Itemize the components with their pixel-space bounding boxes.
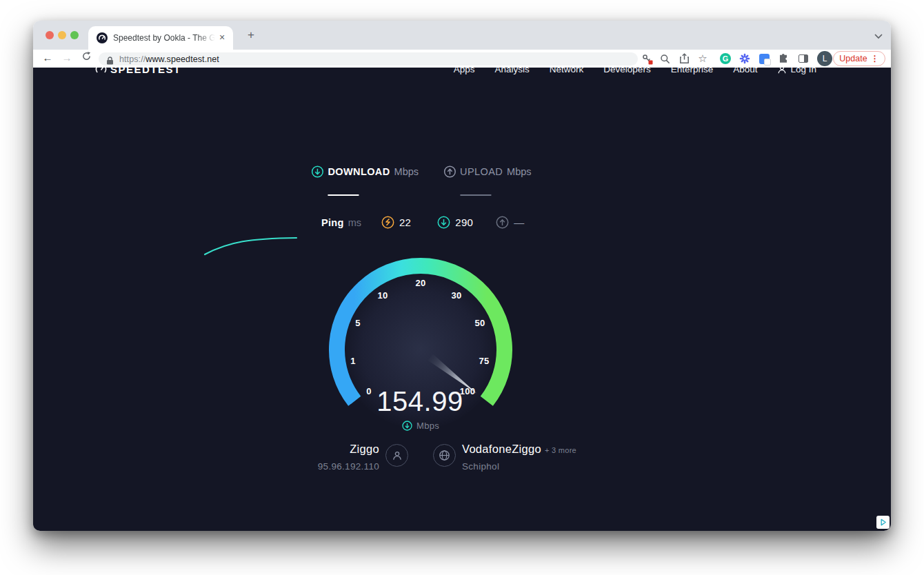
minimize-window-button[interactable]: [58, 31, 66, 39]
person-icon: [777, 68, 787, 74]
share-icon[interactable]: [677, 52, 691, 65]
gauge-tick-75: 75: [479, 356, 489, 366]
nav-item-developers[interactable]: Developers: [603, 68, 650, 74]
isp-ip: 95.96.192.110: [318, 461, 379, 472]
download-tab-unit: Mbps: [394, 166, 419, 177]
download-tab-underline: [328, 194, 359, 196]
current-speed-unit-row: Mbps: [402, 421, 439, 431]
gauge-tick-50: 50: [474, 318, 485, 328]
new-tab-button[interactable]: +: [243, 27, 259, 43]
browser-toolbar: ← → https://www.speedtest.net ☆ G: [33, 50, 891, 68]
upload-tab-unit: Mbps: [507, 166, 531, 177]
back-icon[interactable]: ←: [40, 50, 55, 65]
gauge-tick-5: 5: [355, 318, 361, 328]
zoom-window-button[interactable]: [70, 31, 79, 39]
adchoices-icon[interactable]: [876, 516, 890, 529]
gauge-tick-20: 20: [415, 278, 425, 288]
search-icon[interactable]: [658, 52, 672, 65]
extensions-puzzle-icon[interactable]: [776, 52, 790, 65]
browser-menu-icon[interactable]: ⋮: [871, 54, 879, 63]
speedtest-logo-icon: [95, 68, 107, 75]
upload-metric-icon: [496, 216, 509, 229]
nav-item-analysis[interactable]: Analysis: [495, 68, 530, 74]
server-location: Schiphol: [462, 461, 499, 472]
logo-text: SPEEDTEST: [110, 68, 181, 75]
gauge-tick-10: 10: [377, 290, 388, 301]
tab-download[interactable]: DOWNLOAD Mbps: [311, 165, 419, 196]
download-value: 290: [455, 216, 473, 228]
tab-search-chevron-icon[interactable]: [874, 30, 883, 42]
password-key-icon[interactable]: [640, 52, 654, 65]
ping-value: 22: [399, 216, 411, 228]
ping-unit: ms: [348, 217, 361, 228]
nav-item-network[interactable]: Network: [550, 68, 584, 74]
translate-extension-icon[interactable]: [757, 52, 771, 65]
update-label: Update: [839, 54, 867, 63]
close-window-button[interactable]: [46, 31, 54, 39]
download-arrow-icon: [311, 165, 323, 178]
close-tab-icon[interactable]: ×: [217, 32, 228, 43]
upload-tab-underline: [460, 194, 491, 196]
browser-tab[interactable]: Speedtest by Ookla - The Glob ×: [88, 26, 233, 50]
speedtest-logo[interactable]: SPEEDTEST: [95, 68, 181, 75]
gauge-tick-30: 30: [451, 290, 461, 301]
login-label: Log In: [790, 68, 816, 74]
download-metric-icon: [437, 216, 450, 229]
speed-unit-label: Mbps: [416, 421, 439, 431]
server-name[interactable]: VodafoneZiggo+ 3 more: [462, 443, 576, 456]
speed-trace-graph: [199, 229, 305, 260]
upload-value: —: [514, 216, 524, 228]
server-more-link[interactable]: + 3 more: [545, 446, 576, 454]
download-tab-label: DOWNLOAD: [328, 166, 390, 177]
tab-title: Speedtest by Ookla - The Glob: [113, 33, 215, 43]
result-tabs: DOWNLOAD Mbps UPLOAD Mbps: [311, 165, 531, 196]
isp-name[interactable]: Ziggo: [350, 443, 379, 456]
url-scheme: https://: [119, 54, 145, 64]
nav-item-enterprise[interactable]: Enterprise: [671, 68, 714, 74]
login-link[interactable]: Log In: [777, 68, 816, 74]
upload-tab-label: UPLOAD: [460, 166, 503, 177]
forward-icon[interactable]: →: [59, 50, 74, 65]
url-host: www.speedtest.net: [145, 54, 219, 64]
speed-unit-download-icon: [402, 421, 412, 431]
profile-avatar[interactable]: L: [817, 51, 832, 66]
speedtest-page: SPEEDTEST Apps Analysis Network Develope…: [33, 68, 891, 531]
lock-icon[interactable]: [106, 55, 114, 68]
upload-metric: —: [496, 216, 524, 229]
update-button[interactable]: Update ⋮: [833, 51, 885, 66]
current-speed-value: 154.99: [351, 386, 489, 417]
server-globe-icon[interactable]: [433, 444, 456, 467]
download-metric: 290: [437, 216, 473, 229]
grammarly-extension-icon[interactable]: G: [719, 52, 732, 65]
tab-upload[interactable]: UPLOAD Mbps: [443, 165, 532, 196]
address-bar[interactable]: https://www.speedtest.net: [99, 52, 638, 65]
upload-arrow-icon: [443, 165, 456, 178]
browser-window: Speedtest by Ookla - The Glob × + ← → ht…: [33, 21, 891, 531]
nav-item-apps[interactable]: Apps: [454, 68, 475, 74]
tab-strip: Speedtest by Ookla - The Glob × +: [33, 21, 891, 50]
nav-item-about[interactable]: About: [733, 68, 757, 74]
ping-icon: [381, 216, 394, 229]
ping-label: Ping: [321, 217, 344, 228]
isp-person-icon[interactable]: [385, 444, 408, 467]
side-panel-icon[interactable]: [796, 52, 810, 65]
bookmark-star-icon[interactable]: ☆: [696, 52, 710, 65]
gauge-tick-1: 1: [350, 356, 356, 366]
reload-icon[interactable]: [79, 50, 94, 65]
ping-metric: 22: [381, 216, 411, 229]
speedtest-favicon-icon: [97, 32, 108, 43]
url-text: https://www.speedtest.net: [119, 54, 219, 64]
site-navigation: Apps Analysis Network Developers Enterpr…: [454, 68, 816, 74]
flower-extension-icon[interactable]: [738, 52, 752, 65]
metrics-row: Ping ms 22 290 —: [321, 216, 525, 229]
